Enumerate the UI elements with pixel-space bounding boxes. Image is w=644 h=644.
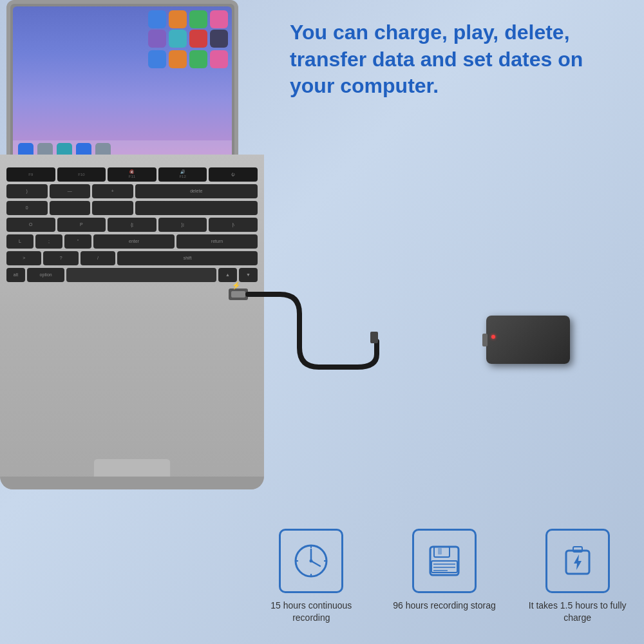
key-row-4: O P {[ }] |\	[6, 218, 258, 232]
key-empty2	[92, 201, 133, 215]
key-row-fn: F9 F10 🔇F11 🔊F12 ⏻	[6, 167, 258, 182]
key-P: P	[57, 218, 106, 232]
key-row-6: > ? / shift	[6, 251, 258, 265]
usb-cable: ⚡	[229, 270, 422, 412]
key-lbrace: {[	[108, 218, 156, 232]
clock-icon-box	[279, 529, 343, 593]
svg-rect-1	[231, 291, 245, 298]
screen-icon-6	[169, 30, 187, 48]
screen-icon-5	[148, 30, 166, 48]
key-space	[66, 268, 216, 282]
screen-icon-9	[148, 50, 166, 68]
screen-icon-3	[189, 10, 207, 28]
main-heading: You can charge, play, delete, transfer d…	[290, 19, 631, 100]
key-pipe: |\	[209, 218, 258, 232]
header-section: You can charge, play, delete, transfer d…	[290, 19, 631, 100]
key-empty3	[135, 201, 258, 215]
main-container: You can charge, play, delete, transfer d…	[0, 0, 644, 644]
svg-rect-18	[438, 548, 442, 554]
battery-icon-box	[545, 529, 610, 593]
feature-storage-label: 96 hours recording storag	[393, 600, 496, 612]
recording-device	[486, 316, 570, 364]
key-delete: delete	[135, 184, 258, 198]
screen-app-row-2	[13, 49, 232, 70]
key-f12: 🔊F12	[158, 167, 207, 182]
device-port	[482, 334, 488, 346]
feature-recording-time: 15 hours continuous recording	[260, 529, 363, 625]
features-row: 15 hours continuous recording	[251, 529, 638, 625]
key-0: 0	[6, 201, 48, 215]
key-empty1	[50, 201, 91, 215]
key-dash: —	[50, 184, 91, 198]
key-rparen: )	[6, 184, 48, 198]
key-row-5: L ; " enter return	[6, 234, 258, 249]
screen-icon-8	[210, 30, 228, 48]
screen-top-row	[13, 6, 232, 28]
key-option: option	[27, 268, 64, 282]
key-O: O	[6, 218, 55, 232]
key-row-7: alt option ▲ ▼	[6, 268, 258, 282]
key-f11: 🔇F11	[108, 167, 156, 182]
laptop-screen-inner	[13, 6, 232, 161]
key-quote: "	[64, 234, 91, 249]
key-f10: F10	[57, 167, 106, 182]
key-alt: alt	[6, 268, 25, 282]
key-plus: +	[92, 184, 133, 198]
key-row-3: 0	[6, 201, 258, 215]
key-power: ⏻	[209, 167, 258, 182]
key-question: ?	[43, 251, 78, 265]
key-semicolon: ;	[35, 234, 62, 249]
battery-charge-icon	[558, 542, 597, 580]
svg-rect-3	[370, 332, 378, 343]
clock-icon	[292, 542, 330, 580]
feature-storage: 96 hours recording storag	[393, 529, 496, 612]
key-enter: enter	[93, 234, 175, 249]
device-led	[491, 335, 495, 339]
screen-icon-4	[210, 10, 228, 28]
key-rbrace: }]	[158, 218, 207, 232]
svg-text:⚡: ⚡	[232, 281, 241, 290]
key-L: L	[6, 234, 33, 249]
screen-icon-2	[169, 10, 187, 28]
screen-icon-10	[169, 50, 187, 68]
feature-charging: It takes 1.5 hours to fully charge	[526, 529, 629, 625]
laptop-screen-outer	[6, 0, 238, 167]
feature-charging-label: It takes 1.5 hours to fully charge	[526, 600, 629, 625]
screen-icon-7	[189, 30, 207, 48]
keyboard-area: F9 F10 🔇F11 🔊F12 ⏻ ) — + delete 0	[6, 167, 258, 464]
laptop-bottom-bar	[0, 477, 264, 489]
screen-icon-11	[189, 50, 207, 68]
key-gt: >	[6, 251, 41, 265]
key-row-2: ) — + delete	[6, 184, 258, 198]
feature-recording-label: 15 hours continuous recording	[260, 600, 363, 625]
screen-icon-1	[148, 10, 166, 28]
key-f9: F9	[6, 167, 55, 182]
key-shift: shift	[117, 251, 258, 265]
key-slash: /	[80, 251, 115, 265]
floppy-disk-icon	[425, 542, 464, 580]
svg-line-7	[311, 561, 320, 566]
screen-app-row-1	[13, 28, 232, 49]
floppy-icon-box	[412, 529, 477, 593]
key-return: return	[176, 234, 258, 249]
laptop-body: F9 F10 🔇F11 🔊F12 ⏻ ) — + delete 0	[0, 155, 264, 489]
screen-icon-12	[210, 50, 228, 68]
